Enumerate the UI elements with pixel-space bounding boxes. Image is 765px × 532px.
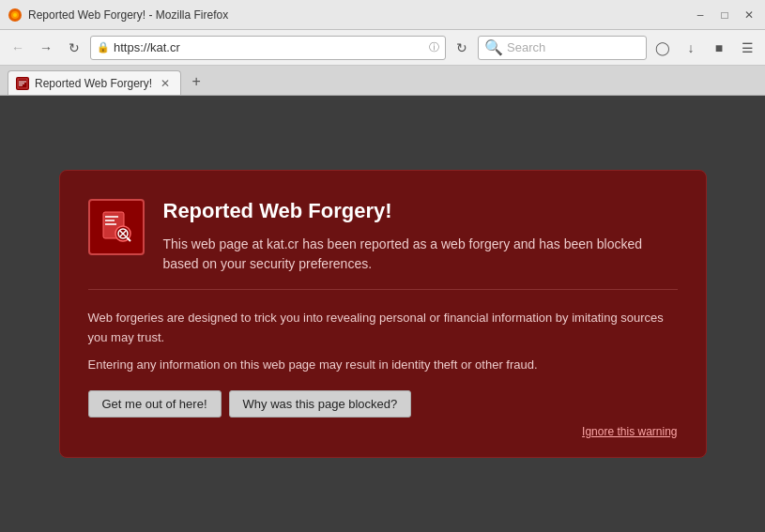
tab-close-button[interactable]: ✕ (158, 76, 173, 91)
menu-button[interactable]: ☰ (735, 36, 759, 60)
tab-favicon (16, 77, 29, 90)
maximize-button[interactable]: □ (716, 7, 733, 23)
svg-rect-8 (105, 216, 118, 218)
new-tab-button[interactable]: + (185, 70, 207, 93)
ignore-warning-link[interactable]: Ignore this warning (582, 425, 677, 438)
info-icon: ⓘ (429, 40, 439, 54)
svg-point-2 (13, 13, 17, 17)
window-controls: – □ ✕ (692, 7, 757, 23)
forward-button[interactable]: → (34, 36, 58, 60)
warning-icon-box (88, 199, 145, 255)
titlebar: Reported Web Forgery! - Mozilla Firefox … (0, 0, 765, 30)
ignore-link-container: Ignore this warning (88, 425, 678, 438)
search-placeholder: Search (507, 40, 545, 54)
window-title: Reported Web Forgery! - Mozilla Firefox (28, 8, 692, 22)
minimize-button[interactable]: – (692, 7, 709, 23)
tabbar: Reported Web Forgery! ✕ + (0, 66, 765, 96)
search-icon: 🔍 (484, 38, 503, 56)
warning-title: Reported Web Forgery! (163, 199, 678, 223)
search-bar[interactable]: 🔍 Search (478, 36, 647, 60)
reload-after-url-button[interactable]: ↻ (450, 36, 474, 60)
svg-rect-10 (105, 223, 116, 225)
navbar: ← → ↻ 🔒 https://kat.cr ⓘ ↻ 🔍 Search ◯ ↓ … (0, 30, 765, 66)
svg-rect-9 (105, 220, 115, 221)
warning-info-2: Entering any information on this web pag… (88, 356, 678, 375)
escape-button[interactable]: Get me out of here! (88, 390, 222, 418)
why-blocked-button[interactable]: Why was this page blocked? (229, 390, 412, 418)
warning-title-area: Reported Web Forgery! This web page at k… (163, 199, 678, 274)
active-tab[interactable]: Reported Web Forgery! ✕ (8, 70, 181, 95)
close-button[interactable]: ✕ (741, 7, 757, 23)
tab-title: Reported Web Forgery! (35, 77, 152, 90)
warning-card: Reported Web Forgery! This web page at k… (59, 170, 707, 457)
back-button[interactable]: ← (6, 36, 30, 60)
url-text: https://kat.cr (114, 40, 425, 54)
download-button[interactable]: ↓ (679, 36, 703, 60)
rss-button[interactable]: ■ (707, 36, 731, 60)
warning-actions: Get me out of here! Why was this page bl… (88, 390, 678, 418)
warning-info-1: Web forgeries are designed to trick you … (88, 309, 678, 348)
main-content: Reported Web Forgery! This web page at k… (0, 96, 765, 532)
reload-button[interactable]: ↻ (62, 36, 86, 60)
warning-body: Web forgeries are designed to trick you … (88, 305, 678, 437)
warning-header: Reported Web Forgery! This web page at k… (88, 199, 678, 290)
url-bar[interactable]: 🔒 https://kat.cr ⓘ (90, 36, 446, 60)
pocket-button[interactable]: ◯ (650, 36, 675, 60)
forgery-icon (98, 208, 135, 246)
warning-description: This web page at kat.cr has been reporte… (163, 235, 678, 274)
lock-icon: 🔒 (97, 41, 110, 53)
firefox-logo (8, 8, 23, 23)
